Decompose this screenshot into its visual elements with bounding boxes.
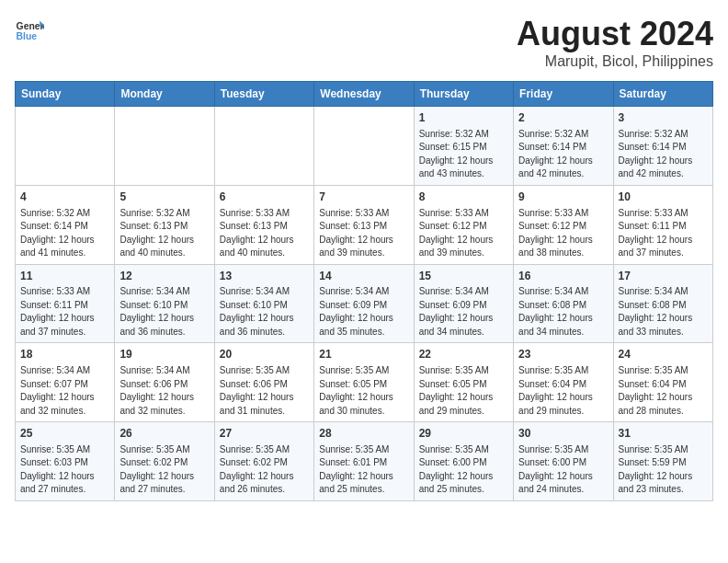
calendar-cell: 30Sunrise: 5:35 AM Sunset: 6:00 PM Dayli… <box>514 422 613 501</box>
calendar-cell: 22Sunrise: 5:35 AM Sunset: 6:05 PM Dayli… <box>414 343 513 422</box>
calendar-cell: 27Sunrise: 5:35 AM Sunset: 6:02 PM Dayli… <box>214 422 313 501</box>
calendar-cell: 12Sunrise: 5:34 AM Sunset: 6:10 PM Dayli… <box>115 264 214 343</box>
day-number: 4 <box>20 190 109 205</box>
calendar-cell: 10Sunrise: 5:33 AM Sunset: 6:11 PM Dayli… <box>613 185 712 264</box>
calendar-week-3: 11Sunrise: 5:33 AM Sunset: 6:11 PM Dayli… <box>16 264 713 343</box>
logo-icon: General Blue <box>15 15 44 44</box>
title-block: August 2024 Marupit, Bicol, Philippines <box>517 15 713 70</box>
day-info: Sunrise: 5:35 AM Sunset: 6:04 PM Dayligh… <box>518 364 608 418</box>
day-number: 22 <box>419 347 508 362</box>
header-tuesday: Tuesday <box>214 82 313 107</box>
day-number: 28 <box>319 426 408 442</box>
day-info: Sunrise: 5:35 AM Sunset: 6:00 PM Dayligh… <box>419 443 508 497</box>
calendar-cell: 28Sunrise: 5:35 AM Sunset: 6:01 PM Dayli… <box>314 422 414 501</box>
day-info: Sunrise: 5:33 AM Sunset: 6:11 PM Dayligh… <box>619 207 708 260</box>
header-friday: Friday <box>514 82 613 107</box>
day-info: Sunrise: 5:35 AM Sunset: 6:02 PM Dayligh… <box>220 443 309 497</box>
day-number: 29 <box>419 426 508 442</box>
day-info: Sunrise: 5:34 AM Sunset: 6:09 PM Dayligh… <box>419 285 508 339</box>
day-info: Sunrise: 5:33 AM Sunset: 6:13 PM Dayligh… <box>319 207 408 260</box>
day-info: Sunrise: 5:33 AM Sunset: 6:12 PM Dayligh… <box>518 207 608 260</box>
day-info: Sunrise: 5:32 AM Sunset: 6:13 PM Dayligh… <box>119 207 209 260</box>
calendar-cell <box>115 107 214 186</box>
header-sunday: Sunday <box>16 82 115 107</box>
header-monday: Monday <box>115 82 214 107</box>
day-number: 1 <box>419 110 508 126</box>
calendar-title: August 2024 <box>517 15 713 53</box>
header-wednesday: Wednesday <box>314 82 414 107</box>
calendar-cell: 29Sunrise: 5:35 AM Sunset: 6:00 PM Dayli… <box>414 422 513 501</box>
calendar-cell: 15Sunrise: 5:34 AM Sunset: 6:09 PM Dayli… <box>414 264 513 343</box>
day-info: Sunrise: 5:35 AM Sunset: 6:03 PM Dayligh… <box>20 443 109 497</box>
calendar-cell: 24Sunrise: 5:35 AM Sunset: 6:04 PM Dayli… <box>613 343 712 422</box>
day-info: Sunrise: 5:34 AM Sunset: 6:08 PM Dayligh… <box>619 285 708 339</box>
day-info: Sunrise: 5:35 AM Sunset: 6:05 PM Dayligh… <box>419 364 508 418</box>
calendar-cell: 8Sunrise: 5:33 AM Sunset: 6:12 PM Daylig… <box>414 185 513 264</box>
day-number: 9 <box>518 190 608 205</box>
calendar-cell: 6Sunrise: 5:33 AM Sunset: 6:13 PM Daylig… <box>214 185 313 264</box>
day-number: 18 <box>20 347 109 362</box>
calendar-cell: 11Sunrise: 5:33 AM Sunset: 6:11 PM Dayli… <box>16 264 115 343</box>
calendar-cell: 31Sunrise: 5:35 AM Sunset: 5:59 PM Dayli… <box>613 422 712 501</box>
calendar-week-1: 1Sunrise: 5:32 AM Sunset: 6:15 PM Daylig… <box>16 107 713 186</box>
calendar-cell: 21Sunrise: 5:35 AM Sunset: 6:05 PM Dayli… <box>314 343 414 422</box>
calendar-cell: 1Sunrise: 5:32 AM Sunset: 6:15 PM Daylig… <box>414 107 513 186</box>
page-header: General Blue August 2024 Marupit, Bicol,… <box>15 15 713 70</box>
day-info: Sunrise: 5:35 AM Sunset: 6:02 PM Dayligh… <box>119 443 209 497</box>
day-number: 25 <box>20 426 109 442</box>
calendar-cell: 19Sunrise: 5:34 AM Sunset: 6:06 PM Dayli… <box>115 343 214 422</box>
day-info: Sunrise: 5:33 AM Sunset: 6:13 PM Dayligh… <box>220 207 309 260</box>
calendar-cell <box>314 107 414 186</box>
day-info: Sunrise: 5:35 AM Sunset: 6:05 PM Dayligh… <box>319 364 408 418</box>
day-number: 8 <box>419 190 508 205</box>
calendar-cell: 23Sunrise: 5:35 AM Sunset: 6:04 PM Dayli… <box>514 343 613 422</box>
day-number: 2 <box>518 110 608 126</box>
day-number: 5 <box>119 190 209 205</box>
calendar-cell: 20Sunrise: 5:35 AM Sunset: 6:06 PM Dayli… <box>214 343 313 422</box>
day-number: 14 <box>319 269 408 284</box>
day-number: 6 <box>220 190 309 205</box>
day-info: Sunrise: 5:34 AM Sunset: 6:09 PM Dayligh… <box>319 285 408 339</box>
day-number: 27 <box>220 426 309 442</box>
day-info: Sunrise: 5:35 AM Sunset: 6:06 PM Dayligh… <box>220 364 309 418</box>
calendar-cell: 14Sunrise: 5:34 AM Sunset: 6:09 PM Dayli… <box>314 264 414 343</box>
day-info: Sunrise: 5:32 AM Sunset: 6:14 PM Dayligh… <box>20 207 109 260</box>
calendar-cell: 18Sunrise: 5:34 AM Sunset: 6:07 PM Dayli… <box>16 343 115 422</box>
calendar-cell: 17Sunrise: 5:34 AM Sunset: 6:08 PM Dayli… <box>613 264 712 343</box>
calendar-cell: 25Sunrise: 5:35 AM Sunset: 6:03 PM Dayli… <box>16 422 115 501</box>
calendar-cell: 16Sunrise: 5:34 AM Sunset: 6:08 PM Dayli… <box>514 264 613 343</box>
day-info: Sunrise: 5:33 AM Sunset: 6:11 PM Dayligh… <box>20 285 109 339</box>
day-number: 23 <box>518 347 608 362</box>
day-number: 21 <box>319 347 408 362</box>
calendar-cell: 13Sunrise: 5:34 AM Sunset: 6:10 PM Dayli… <box>214 264 313 343</box>
calendar-cell: 4Sunrise: 5:32 AM Sunset: 6:14 PM Daylig… <box>16 185 115 264</box>
day-number: 30 <box>518 426 608 442</box>
calendar-table: SundayMondayTuesdayWednesdayThursdayFrid… <box>15 81 713 501</box>
calendar-cell: 3Sunrise: 5:32 AM Sunset: 6:14 PM Daylig… <box>613 107 712 186</box>
day-info: Sunrise: 5:34 AM Sunset: 6:06 PM Dayligh… <box>119 364 209 418</box>
day-info: Sunrise: 5:34 AM Sunset: 6:07 PM Dayligh… <box>20 364 109 418</box>
day-number: 15 <box>419 269 508 284</box>
header-thursday: Thursday <box>414 82 513 107</box>
day-info: Sunrise: 5:34 AM Sunset: 6:08 PM Dayligh… <box>518 285 608 339</box>
day-number: 20 <box>220 347 309 362</box>
svg-text:Blue: Blue <box>17 31 38 41</box>
day-number: 13 <box>220 269 309 284</box>
day-info: Sunrise: 5:32 AM Sunset: 6:14 PM Dayligh… <box>619 128 708 181</box>
logo: General Blue <box>15 15 44 44</box>
day-info: Sunrise: 5:32 AM Sunset: 6:15 PM Dayligh… <box>419 128 508 181</box>
day-number: 31 <box>619 426 708 442</box>
day-number: 24 <box>619 347 708 362</box>
day-info: Sunrise: 5:33 AM Sunset: 6:12 PM Dayligh… <box>419 207 508 260</box>
calendar-cell <box>214 107 313 186</box>
day-number: 16 <box>518 269 608 284</box>
day-info: Sunrise: 5:35 AM Sunset: 6:01 PM Dayligh… <box>319 443 408 497</box>
calendar-cell: 5Sunrise: 5:32 AM Sunset: 6:13 PM Daylig… <box>115 185 214 264</box>
day-number: 17 <box>619 269 708 284</box>
day-number: 3 <box>619 110 708 126</box>
day-info: Sunrise: 5:34 AM Sunset: 6:10 PM Dayligh… <box>119 285 209 339</box>
day-info: Sunrise: 5:35 AM Sunset: 6:00 PM Dayligh… <box>518 443 608 497</box>
calendar-cell: 2Sunrise: 5:32 AM Sunset: 6:14 PM Daylig… <box>514 107 613 186</box>
day-info: Sunrise: 5:34 AM Sunset: 6:10 PM Dayligh… <box>220 285 309 339</box>
calendar-week-2: 4Sunrise: 5:32 AM Sunset: 6:14 PM Daylig… <box>16 185 713 264</box>
